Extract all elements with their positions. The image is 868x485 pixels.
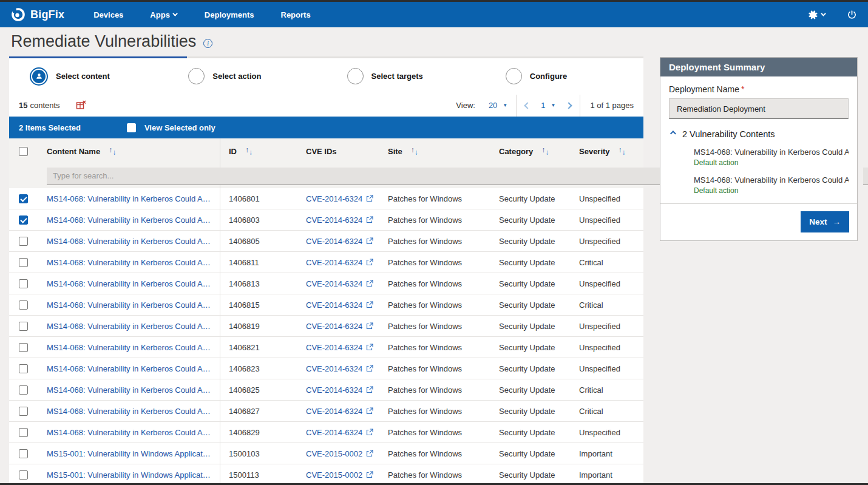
step-circle-active	[30, 67, 48, 86]
content-name-link[interactable]: MS14-068: Vulnerability in Kerberos Coul…	[47, 258, 212, 267]
sort-icon[interactable]: ↑↓	[619, 147, 626, 155]
content-wizard-card: Select contentSelect actionSelect target…	[9, 56, 643, 485]
content-name-link[interactable]: MS14-068: Vulnerability in Kerberos Coul…	[47, 300, 212, 310]
nav-items: DevicesAppsDeploymentsReports	[93, 10, 310, 19]
divider	[580, 95, 580, 117]
row-checkbox[interactable]	[19, 449, 28, 458]
row-checkbox[interactable]	[19, 258, 28, 267]
column-header-category[interactable]: Category↑↓	[490, 147, 571, 156]
content-name-link[interactable]: MS14-068: Vulnerability in Kerberos Coul…	[47, 279, 212, 288]
content-name-filter-input[interactable]	[47, 168, 242, 185]
view-selected-only-checkbox[interactable]	[127, 123, 136, 132]
settings-menu[interactable]	[808, 10, 826, 20]
row-checkbox[interactable]	[19, 470, 28, 480]
cve-link[interactable]: CVE-2014-6324	[306, 364, 362, 373]
content-name-link[interactable]: MS14-068: Vulnerability in Kerberos Coul…	[47, 385, 212, 395]
cve-link[interactable]: CVE-2014-6324	[306, 428, 362, 437]
nav-item-reports[interactable]: Reports	[281, 10, 311, 19]
select-all-checkbox[interactable]	[19, 147, 28, 156]
bigfix-logo[interactable]: BigFix	[11, 7, 64, 22]
category-value: Security Update	[499, 407, 555, 416]
default-action-link[interactable]: Default action	[694, 158, 849, 167]
page-number-dropdown[interactable]: 1 ▼	[541, 101, 555, 110]
step-configure[interactable]: Configure	[485, 68, 643, 84]
nav-item-devices[interactable]: Devices	[93, 10, 123, 19]
table-row: MS14-068: Vulnerability in Kerberos Coul…	[9, 294, 643, 316]
column-header-severity[interactable]: Severity↑↓	[571, 147, 643, 156]
category-value: Security Update	[499, 449, 555, 458]
severity-value: Critical	[579, 385, 603, 395]
cve-link[interactable]: CVE-2014-6324	[306, 300, 362, 310]
row-checkbox[interactable]	[19, 428, 28, 437]
external-link-icon	[366, 407, 373, 415]
cve-link[interactable]: CVE-2014-6324	[306, 237, 362, 246]
step-select-action[interactable]: Select action	[168, 68, 326, 84]
sort-icon[interactable]: ↑↓	[541, 147, 549, 155]
content-id: 1406801	[229, 194, 260, 203]
table-row: MS14-068: Vulnerability in Kerberos Coul…	[9, 401, 643, 422]
nav-item-apps[interactable]: Apps	[150, 10, 178, 19]
cve-link[interactable]: CVE-2015-0002	[306, 470, 362, 480]
sort-icon[interactable]: ↑↓	[109, 147, 116, 155]
cve-link[interactable]: CVE-2014-6324	[306, 215, 362, 225]
row-checkbox[interactable]	[19, 407, 28, 416]
row-checkbox[interactable]	[19, 322, 28, 331]
row-checkbox[interactable]	[19, 364, 28, 373]
row-checkbox[interactable]	[19, 237, 28, 246]
logout-button[interactable]	[847, 10, 857, 20]
previous-page-button[interactable]	[524, 102, 531, 109]
content-name-link[interactable]: MS14-068: Vulnerability in Kerberos Coul…	[47, 428, 212, 437]
column-header-id[interactable]: ID↑↓	[220, 147, 297, 156]
row-checkbox[interactable]	[19, 215, 28, 225]
step-select-targets[interactable]: Select targets	[327, 68, 485, 84]
column-header-content-name[interactable]: Content Name↑↓	[38, 147, 220, 156]
content-name-link[interactable]: MS15-001: Vulnerability in Windows Appli…	[47, 470, 212, 480]
nav-item-deployments[interactable]: Deployments	[205, 10, 254, 19]
severity-value: Unspecified	[579, 428, 620, 437]
row-checkbox[interactable]	[19, 300, 28, 310]
row-checkbox[interactable]	[19, 279, 28, 288]
row-checkbox[interactable]	[19, 385, 28, 395]
content-name-link[interactable]: MS14-068: Vulnerability in Kerberos Coul…	[47, 215, 212, 225]
arrow-right-icon: →	[833, 217, 841, 226]
contents-collapse-toggle[interactable]: 2 Vulnerability Contents	[670, 129, 849, 139]
severity-value: Unspecified	[579, 194, 620, 203]
contents-count-label: contents	[30, 101, 59, 110]
category-value: Security Update	[499, 300, 555, 310]
row-checkbox[interactable]	[19, 194, 28, 203]
clear-filters-icon	[76, 100, 86, 110]
cve-link[interactable]: CVE-2014-6324	[306, 194, 362, 203]
cve-link[interactable]: CVE-2014-6324	[306, 385, 362, 395]
content-name-link[interactable]: MS14-068: Vulnerability in Kerberos Coul…	[47, 194, 212, 203]
sort-icon[interactable]: ↑↓	[245, 147, 253, 155]
step-select-content[interactable]: Select content	[9, 67, 168, 86]
cve-link[interactable]: CVE-2014-6324	[306, 322, 362, 331]
cve-link[interactable]: CVE-2014-6324	[306, 279, 362, 288]
content-name-link[interactable]: MS14-068: Vulnerability in Kerberos Coul…	[47, 237, 212, 246]
cve-link[interactable]: CVE-2014-6324	[306, 407, 362, 416]
column-header-site[interactable]: Site↑↓	[379, 147, 490, 156]
deployment-name-input[interactable]	[669, 98, 849, 119]
external-link-icon	[366, 471, 373, 478]
content-name-link[interactable]: MS14-068: Vulnerability in Kerberos Coul…	[47, 343, 212, 352]
content-name-link[interactable]: MS14-068: Vulnerability in Kerberos Coul…	[47, 407, 212, 416]
caret-down-icon: ▼	[551, 103, 556, 108]
cve-link[interactable]: CVE-2014-6324	[306, 258, 362, 267]
clear-filters-button[interactable]	[76, 100, 86, 110]
cve-link[interactable]: CVE-2015-0002	[306, 449, 362, 458]
info-icon[interactable]: i	[203, 39, 212, 48]
content-id: 1500113	[229, 470, 259, 480]
row-checkbox[interactable]	[19, 343, 28, 352]
content-name-link[interactable]: MS14-068: Vulnerability in Kerberos Coul…	[47, 364, 212, 373]
next-page-button[interactable]	[566, 102, 572, 109]
column-header-cve-ids[interactable]: CVE IDs	[297, 147, 379, 156]
cve-filter-input[interactable]	[863, 168, 868, 185]
next-button[interactable]: Next →	[801, 211, 849, 232]
page-size-dropdown[interactable]: 20 ▼	[489, 101, 507, 110]
external-link-icon	[366, 195, 373, 202]
sort-icon[interactable]: ↑↓	[411, 147, 418, 155]
default-action-link[interactable]: Default action	[694, 186, 849, 195]
content-name-link[interactable]: MS14-068: Vulnerability in Kerberos Coul…	[47, 322, 212, 331]
content-name-link[interactable]: MS15-001: Vulnerability in Windows Appli…	[47, 449, 212, 458]
cve-link[interactable]: CVE-2014-6324	[306, 343, 362, 352]
